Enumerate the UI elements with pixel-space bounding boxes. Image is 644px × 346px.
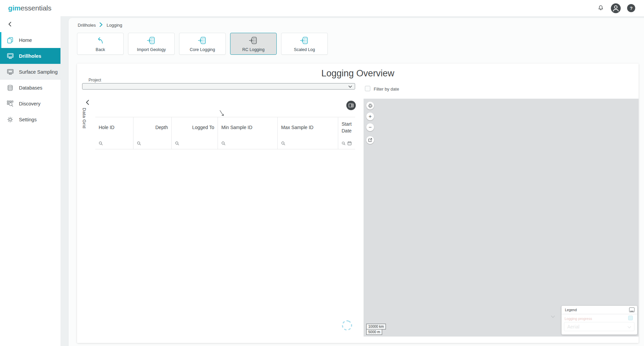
filter-start-date[interactable] bbox=[338, 138, 355, 149]
filter-depth[interactable] bbox=[133, 138, 172, 149]
page-panel: Drillholes Logging Back bbox=[69, 18, 644, 346]
database-icon bbox=[6, 84, 14, 92]
project-select[interactable] bbox=[82, 83, 355, 90]
help-glyph: ? bbox=[630, 6, 633, 11]
monitor-icon bbox=[6, 52, 14, 60]
breadcrumb-logging[interactable]: Logging bbox=[106, 23, 122, 28]
content-area: Drillholes Logging Back bbox=[60, 16, 644, 346]
sidebar-collapse-button[interactable] bbox=[6, 20, 14, 28]
grid-header-row: Hole ID Depth Logged To Min Sample ID Ma… bbox=[95, 117, 355, 138]
search-icon bbox=[221, 141, 226, 146]
sidebar: Home Drillholes Surface Sampling bbox=[0, 16, 60, 346]
top-bar: gimessentials ? bbox=[0, 0, 644, 16]
basemap-select[interactable]: Aerial bbox=[564, 322, 635, 331]
core-logging-button[interactable]: Core Logging bbox=[179, 33, 226, 55]
user-avatar-icon[interactable] bbox=[611, 3, 621, 13]
import-card-icon bbox=[249, 36, 258, 46]
column-header-hole-id[interactable]: Hole ID bbox=[95, 117, 133, 138]
help-icon[interactable]: ? bbox=[627, 4, 635, 12]
column-header-min-sample-id[interactable]: Min Sample ID bbox=[218, 117, 278, 138]
grid-search-icon bbox=[6, 100, 14, 107]
chevron-right-icon bbox=[99, 22, 103, 28]
search-icon bbox=[137, 141, 141, 146]
toolbar: Back Import Geology bbox=[77, 33, 328, 55]
breadcrumb: Drillholes Logging bbox=[78, 22, 122, 28]
gear-icon bbox=[6, 116, 14, 123]
legend-panel: Legend Logging progress Aerial bbox=[562, 306, 637, 335]
import-card-icon bbox=[300, 36, 309, 46]
logo-primary: gim bbox=[8, 4, 21, 12]
page-title: Logging Overview bbox=[77, 68, 639, 79]
chevron-down-icon bbox=[627, 325, 631, 329]
data-grid-collapse-button[interactable] bbox=[84, 99, 91, 106]
table-columns-icon bbox=[348, 103, 354, 108]
sidebar-nav: Home Drillholes Surface Sampling bbox=[0, 32, 60, 127]
filter-max-sample-id[interactable] bbox=[278, 138, 338, 149]
search-icon bbox=[175, 141, 179, 146]
sidebar-item-label: Settings bbox=[19, 117, 36, 122]
import-geology-button[interactable]: Import Geology bbox=[128, 33, 175, 55]
sidebar-item-label: Home bbox=[19, 38, 32, 43]
sidebar-item-label: Databases bbox=[19, 85, 42, 91]
filter-logged-to[interactable] bbox=[172, 138, 218, 149]
button-label: Import Geology bbox=[137, 47, 166, 52]
notifications-bell-icon[interactable] bbox=[597, 4, 604, 12]
legend-body: Logging progress Aerial bbox=[562, 314, 637, 334]
data-grid: Hole ID Depth Logged To Min Sample ID Ma… bbox=[95, 117, 355, 149]
sidebar-item-databases[interactable]: Databases bbox=[0, 80, 60, 96]
map-scale-km: 10000 km bbox=[366, 324, 386, 329]
copy-pages-icon bbox=[6, 36, 14, 44]
project-label: Project bbox=[89, 78, 101, 82]
column-header-start-date[interactable]: Start Date bbox=[338, 117, 355, 138]
logging-overview-card: Logging Overview Project Filter by date … bbox=[77, 64, 639, 343]
column-header-logged-to[interactable]: Logged To bbox=[172, 117, 218, 138]
loading-spinner bbox=[341, 319, 353, 333]
map-canvas[interactable]: + − 10000 km 5000 m Legend bbox=[364, 99, 639, 337]
sidebar-item-surface-sampling[interactable]: Surface Sampling bbox=[0, 64, 60, 80]
map-scale-m: 5000 m bbox=[366, 329, 382, 335]
sidebar-item-discovery[interactable]: Discovery bbox=[0, 96, 60, 112]
back-button[interactable]: Back bbox=[77, 33, 124, 55]
import-card-icon bbox=[198, 36, 207, 46]
open-external-button[interactable] bbox=[366, 136, 374, 144]
fit-extent-button[interactable] bbox=[366, 102, 374, 109]
legend-collapse-chevron-icon[interactable] bbox=[550, 314, 555, 321]
sidebar-item-home[interactable]: Home bbox=[0, 32, 60, 48]
search-icon bbox=[281, 141, 286, 146]
button-label: RC Logging bbox=[242, 47, 265, 52]
search-icon bbox=[99, 141, 103, 146]
column-header-max-sample-id[interactable]: Max Sample ID bbox=[278, 117, 338, 138]
sidebar-item-label: Drillholes bbox=[19, 53, 41, 59]
chevron-down-icon bbox=[348, 84, 352, 89]
scaled-log-button[interactable]: Scaled Log bbox=[281, 33, 328, 55]
sidebar-item-drillholes[interactable]: Drillholes bbox=[0, 48, 60, 64]
calendar-icon bbox=[347, 141, 352, 146]
column-header-depth[interactable]: Depth bbox=[133, 117, 172, 138]
filter-hole-id[interactable] bbox=[95, 138, 133, 149]
filter-by-date-checkbox[interactable] bbox=[365, 86, 370, 91]
open-external-icon bbox=[368, 138, 372, 142]
search-icon bbox=[342, 141, 346, 146]
filter-min-sample-id[interactable] bbox=[218, 138, 278, 149]
breadcrumb-drillholes[interactable]: Drillholes bbox=[78, 23, 96, 28]
rc-logging-button[interactable]: RC Logging bbox=[230, 33, 277, 55]
sidebar-item-label: Surface Sampling bbox=[19, 69, 57, 75]
monitor-icon bbox=[6, 68, 14, 76]
legend-minimize-button[interactable] bbox=[629, 307, 635, 312]
zoom-in-button[interactable]: + bbox=[366, 113, 374, 120]
button-label: Scaled Log bbox=[294, 47, 315, 52]
sidebar-item-settings[interactable]: Settings bbox=[0, 112, 60, 127]
app-logo[interactable]: gimessentials bbox=[8, 4, 51, 12]
column-chooser-button[interactable] bbox=[346, 101, 356, 110]
button-label: Back bbox=[96, 47, 105, 52]
import-card-icon bbox=[147, 36, 156, 46]
basemap-select-value: Aerial bbox=[567, 324, 579, 329]
sidebar-item-label: Discovery bbox=[19, 101, 41, 106]
legend-title: Legend bbox=[565, 308, 577, 312]
fit-extent-icon bbox=[368, 103, 373, 108]
filter-by-date-label: Filter by date bbox=[374, 86, 399, 92]
legend-item-label: Logging progress bbox=[565, 317, 592, 321]
legend-item-checkbox[interactable] bbox=[628, 316, 633, 320]
zoom-out-button[interactable]: − bbox=[366, 123, 374, 131]
data-grid-panel-label: Data Grid bbox=[82, 108, 87, 128]
